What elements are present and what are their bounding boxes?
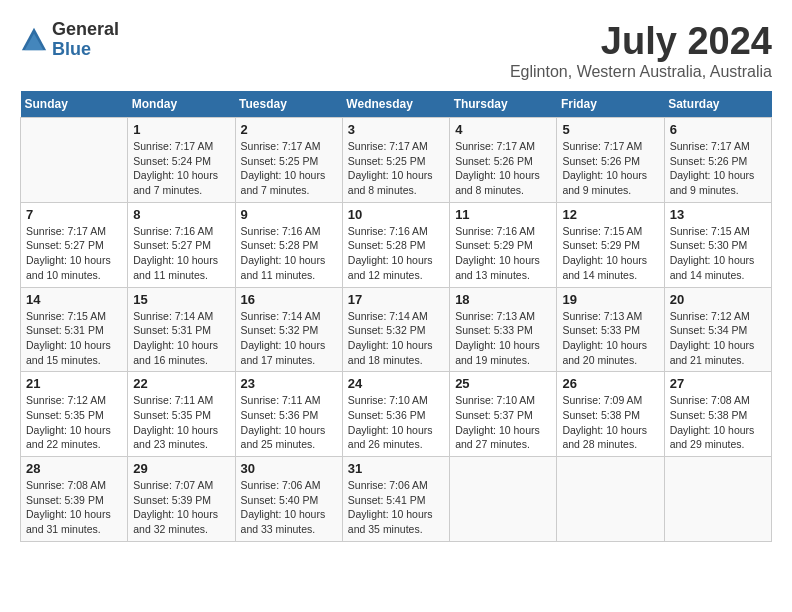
day-number: 20 — [670, 292, 766, 307]
calendar-body: 1Sunrise: 7:17 AMSunset: 5:24 PMDaylight… — [21, 118, 772, 542]
week-row-4: 21Sunrise: 7:12 AMSunset: 5:35 PMDayligh… — [21, 372, 772, 457]
day-info: Sunrise: 7:17 AMSunset: 5:24 PMDaylight:… — [133, 139, 229, 198]
header-row: Sunday Monday Tuesday Wednesday Thursday… — [21, 91, 772, 118]
day-number: 1 — [133, 122, 229, 137]
table-cell: 22Sunrise: 7:11 AMSunset: 5:35 PMDayligh… — [128, 372, 235, 457]
logo-blue: Blue — [52, 40, 119, 60]
table-cell: 4Sunrise: 7:17 AMSunset: 5:26 PMDaylight… — [450, 118, 557, 203]
day-info: Sunrise: 7:11 AMSunset: 5:35 PMDaylight:… — [133, 393, 229, 452]
day-info: Sunrise: 7:14 AMSunset: 5:32 PMDaylight:… — [348, 309, 444, 368]
table-cell: 10Sunrise: 7:16 AMSunset: 5:28 PMDayligh… — [342, 202, 449, 287]
day-info: Sunrise: 7:16 AMSunset: 5:28 PMDaylight:… — [241, 224, 337, 283]
day-number: 14 — [26, 292, 122, 307]
header-sunday: Sunday — [21, 91, 128, 118]
day-number: 15 — [133, 292, 229, 307]
logo-icon — [20, 26, 48, 54]
table-cell: 14Sunrise: 7:15 AMSunset: 5:31 PMDayligh… — [21, 287, 128, 372]
day-info: Sunrise: 7:12 AMSunset: 5:34 PMDaylight:… — [670, 309, 766, 368]
day-number: 30 — [241, 461, 337, 476]
calendar-table: Sunday Monday Tuesday Wednesday Thursday… — [20, 91, 772, 542]
day-info: Sunrise: 7:06 AMSunset: 5:40 PMDaylight:… — [241, 478, 337, 537]
header-saturday: Saturday — [664, 91, 771, 118]
table-cell: 26Sunrise: 7:09 AMSunset: 5:38 PMDayligh… — [557, 372, 664, 457]
day-info: Sunrise: 7:17 AMSunset: 5:25 PMDaylight:… — [241, 139, 337, 198]
table-cell: 23Sunrise: 7:11 AMSunset: 5:36 PMDayligh… — [235, 372, 342, 457]
day-number: 2 — [241, 122, 337, 137]
week-row-1: 1Sunrise: 7:17 AMSunset: 5:24 PMDaylight… — [21, 118, 772, 203]
table-cell: 13Sunrise: 7:15 AMSunset: 5:30 PMDayligh… — [664, 202, 771, 287]
day-number: 7 — [26, 207, 122, 222]
table-cell: 6Sunrise: 7:17 AMSunset: 5:26 PMDaylight… — [664, 118, 771, 203]
day-info: Sunrise: 7:17 AMSunset: 5:26 PMDaylight:… — [455, 139, 551, 198]
day-info: Sunrise: 7:12 AMSunset: 5:35 PMDaylight:… — [26, 393, 122, 452]
week-row-5: 28Sunrise: 7:08 AMSunset: 5:39 PMDayligh… — [21, 457, 772, 542]
day-info: Sunrise: 7:08 AMSunset: 5:38 PMDaylight:… — [670, 393, 766, 452]
header-thursday: Thursday — [450, 91, 557, 118]
table-cell: 8Sunrise: 7:16 AMSunset: 5:27 PMDaylight… — [128, 202, 235, 287]
day-number: 29 — [133, 461, 229, 476]
day-number: 18 — [455, 292, 551, 307]
day-number: 6 — [670, 122, 766, 137]
day-number: 27 — [670, 376, 766, 391]
day-info: Sunrise: 7:06 AMSunset: 5:41 PMDaylight:… — [348, 478, 444, 537]
table-cell: 31Sunrise: 7:06 AMSunset: 5:41 PMDayligh… — [342, 457, 449, 542]
table-cell: 28Sunrise: 7:08 AMSunset: 5:39 PMDayligh… — [21, 457, 128, 542]
table-cell: 29Sunrise: 7:07 AMSunset: 5:39 PMDayligh… — [128, 457, 235, 542]
header-wednesday: Wednesday — [342, 91, 449, 118]
day-number: 24 — [348, 376, 444, 391]
day-info: Sunrise: 7:16 AMSunset: 5:28 PMDaylight:… — [348, 224, 444, 283]
table-cell: 17Sunrise: 7:14 AMSunset: 5:32 PMDayligh… — [342, 287, 449, 372]
table-cell: 1Sunrise: 7:17 AMSunset: 5:24 PMDaylight… — [128, 118, 235, 203]
day-info: Sunrise: 7:15 AMSunset: 5:29 PMDaylight:… — [562, 224, 658, 283]
table-cell: 21Sunrise: 7:12 AMSunset: 5:35 PMDayligh… — [21, 372, 128, 457]
day-number: 5 — [562, 122, 658, 137]
day-number: 31 — [348, 461, 444, 476]
day-info: Sunrise: 7:10 AMSunset: 5:36 PMDaylight:… — [348, 393, 444, 452]
table-cell: 16Sunrise: 7:14 AMSunset: 5:32 PMDayligh… — [235, 287, 342, 372]
day-number: 10 — [348, 207, 444, 222]
table-cell: 27Sunrise: 7:08 AMSunset: 5:38 PMDayligh… — [664, 372, 771, 457]
main-title: July 2024 — [510, 20, 772, 63]
day-info: Sunrise: 7:14 AMSunset: 5:31 PMDaylight:… — [133, 309, 229, 368]
header-friday: Friday — [557, 91, 664, 118]
day-info: Sunrise: 7:17 AMSunset: 5:26 PMDaylight:… — [562, 139, 658, 198]
table-cell: 30Sunrise: 7:06 AMSunset: 5:40 PMDayligh… — [235, 457, 342, 542]
table-cell — [664, 457, 771, 542]
day-info: Sunrise: 7:17 AMSunset: 5:26 PMDaylight:… — [670, 139, 766, 198]
logo: General Blue — [20, 20, 119, 60]
table-cell: 25Sunrise: 7:10 AMSunset: 5:37 PMDayligh… — [450, 372, 557, 457]
day-info: Sunrise: 7:15 AMSunset: 5:31 PMDaylight:… — [26, 309, 122, 368]
day-info: Sunrise: 7:15 AMSunset: 5:30 PMDaylight:… — [670, 224, 766, 283]
week-row-2: 7Sunrise: 7:17 AMSunset: 5:27 PMDaylight… — [21, 202, 772, 287]
table-cell: 19Sunrise: 7:13 AMSunset: 5:33 PMDayligh… — [557, 287, 664, 372]
day-info: Sunrise: 7:07 AMSunset: 5:39 PMDaylight:… — [133, 478, 229, 537]
day-number: 3 — [348, 122, 444, 137]
table-cell: 24Sunrise: 7:10 AMSunset: 5:36 PMDayligh… — [342, 372, 449, 457]
table-cell: 15Sunrise: 7:14 AMSunset: 5:31 PMDayligh… — [128, 287, 235, 372]
day-number: 12 — [562, 207, 658, 222]
logo-text: General Blue — [52, 20, 119, 60]
day-number: 9 — [241, 207, 337, 222]
day-info: Sunrise: 7:13 AMSunset: 5:33 PMDaylight:… — [562, 309, 658, 368]
day-info: Sunrise: 7:09 AMSunset: 5:38 PMDaylight:… — [562, 393, 658, 452]
day-number: 4 — [455, 122, 551, 137]
table-cell: 12Sunrise: 7:15 AMSunset: 5:29 PMDayligh… — [557, 202, 664, 287]
day-info: Sunrise: 7:17 AMSunset: 5:27 PMDaylight:… — [26, 224, 122, 283]
day-number: 21 — [26, 376, 122, 391]
logo-general: General — [52, 20, 119, 40]
table-cell: 9Sunrise: 7:16 AMSunset: 5:28 PMDaylight… — [235, 202, 342, 287]
calendar-header: Sunday Monday Tuesday Wednesday Thursday… — [21, 91, 772, 118]
table-cell: 18Sunrise: 7:13 AMSunset: 5:33 PMDayligh… — [450, 287, 557, 372]
day-info: Sunrise: 7:08 AMSunset: 5:39 PMDaylight:… — [26, 478, 122, 537]
day-number: 13 — [670, 207, 766, 222]
table-cell: 20Sunrise: 7:12 AMSunset: 5:34 PMDayligh… — [664, 287, 771, 372]
day-number: 11 — [455, 207, 551, 222]
day-number: 25 — [455, 376, 551, 391]
day-number: 22 — [133, 376, 229, 391]
day-info: Sunrise: 7:14 AMSunset: 5:32 PMDaylight:… — [241, 309, 337, 368]
page-header: General Blue July 2024 Eglinton, Western… — [20, 20, 772, 81]
day-number: 28 — [26, 461, 122, 476]
day-info: Sunrise: 7:16 AMSunset: 5:27 PMDaylight:… — [133, 224, 229, 283]
day-number: 23 — [241, 376, 337, 391]
day-number: 8 — [133, 207, 229, 222]
